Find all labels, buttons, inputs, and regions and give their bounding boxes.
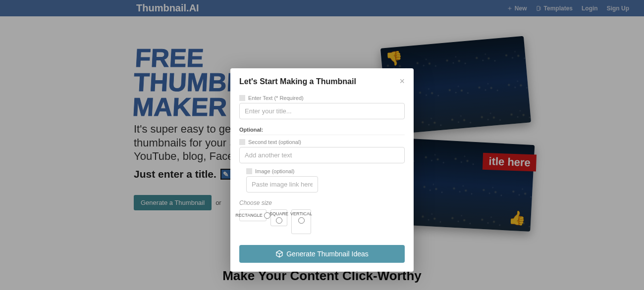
modal-body: Enter Text (* Required) Optional: Second… [230, 93, 414, 234]
second-text-input[interactable] [239, 147, 405, 163]
size-option-vertical[interactable]: VERTICAL [291, 209, 311, 234]
size-square-label: SQUARE [269, 211, 288, 216]
size-option-square[interactable]: SQUARE [270, 209, 287, 226]
enter-text-label-text: Enter Text (* Required) [248, 95, 304, 101]
modal-header: Let's Start Making a Thumbnail × [230, 68, 414, 93]
image-link-input[interactable] [246, 176, 318, 193]
modal-title: Let's Start Making a Thumbnail [239, 77, 356, 86]
image-input-group: Image (optional) [246, 168, 318, 197]
size-option-rectangle[interactable]: RECTANGLE [239, 209, 267, 221]
second-text-label: Second text (optional) [239, 139, 405, 145]
size-rect-label: RECTANGLE [235, 213, 262, 218]
checkbox-icon [239, 139, 245, 145]
cube-icon [275, 250, 283, 258]
size-square-radio[interactable] [276, 217, 282, 224]
optional-label: Optional: [239, 124, 405, 135]
size-vertical-radio[interactable] [298, 217, 305, 224]
generate-ideas-button[interactable]: Generate Thumbnail Ideas [239, 245, 405, 263]
image-label: Image (optional) [246, 168, 318, 174]
choose-size-label: Choose size [239, 199, 405, 206]
size-options: RECTANGLE SQUARE VERTICAL [239, 209, 405, 234]
title-input[interactable] [239, 103, 405, 119]
enter-text-label: Enter Text (* Required) [239, 95, 405, 101]
checkbox-icon [246, 168, 252, 174]
close-button[interactable]: × [399, 76, 405, 87]
checkbox-icon [239, 95, 245, 101]
image-label-text: Image (optional) [255, 168, 295, 174]
start-thumbnail-modal: Let's Start Making a Thumbnail × Enter T… [230, 68, 414, 272]
size-vertical-label: VERTICAL [290, 211, 312, 216]
generate-ideas-label: Generate Thumbnail Ideas [286, 250, 369, 258]
second-text-label-text: Second text (optional) [248, 139, 301, 145]
